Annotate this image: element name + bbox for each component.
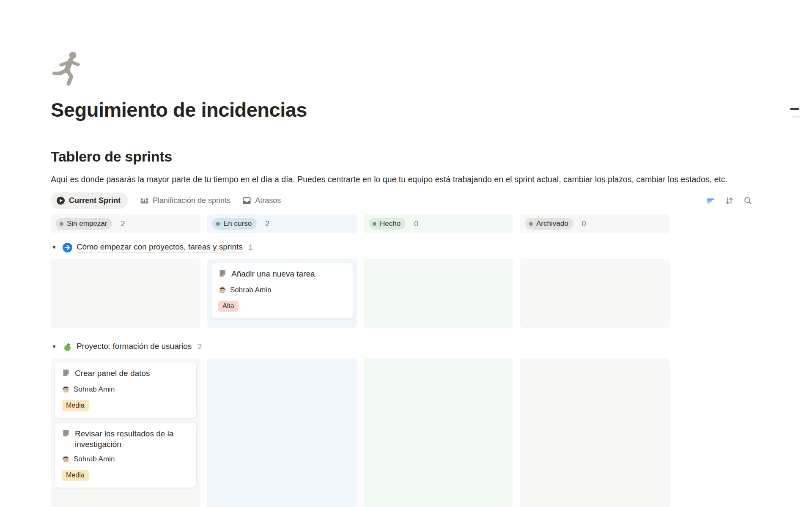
group-lanes: Añadir una nueva tarea Sohrab Amin Alta	[51, 259, 670, 328]
search-icon[interactable]	[743, 196, 753, 206]
status-dot	[373, 222, 376, 226]
group-lanes: Crear panel de datos Sohrab Amin Media R…	[51, 358, 670, 507]
card-title: Crear panel de datos	[75, 368, 150, 380]
section-description: Aquí es donde pasarás la mayor parte de …	[51, 173, 754, 186]
sort-icon[interactable]	[724, 196, 734, 206]
tab-current-sprint[interactable]: Current Sprint	[51, 192, 128, 209]
assignee-row: Sohrab Amin	[218, 286, 346, 294]
group-header-getting-started: ▼ Cómo empezar con proyectos, tareas y s…	[52, 241, 670, 254]
column-count: 0	[582, 219, 586, 228]
status-dot	[60, 222, 63, 226]
tab-backlog[interactable]: Atrasos	[242, 196, 281, 205]
avatar	[218, 286, 226, 294]
blue-arrow-circle-icon	[63, 243, 72, 252]
tab-label: Current Sprint	[69, 196, 121, 205]
column-label: Hecho	[380, 219, 401, 228]
column-count: 2	[121, 219, 125, 228]
column-count: 2	[265, 219, 269, 228]
group-title[interactable]: Cómo empezar con proyectos, tareas y spr…	[77, 242, 243, 253]
card-title: Revisar los resultados de la investigaci…	[75, 428, 189, 449]
green-apple-icon	[63, 342, 72, 352]
page-icon	[62, 369, 70, 380]
lane-archivado[interactable]	[520, 259, 670, 328]
lane-sin-empezar[interactable]: Crear panel de datos Sohrab Amin Media R…	[51, 358, 200, 507]
collapse-toggle-icon[interactable]: ▼	[52, 344, 57, 350]
lane-hecho[interactable]	[364, 259, 513, 328]
column-header-en-curso[interactable]: En curso 2	[207, 214, 357, 233]
column-label: Archivado	[536, 219, 568, 228]
table-of-contents-indicator[interactable]	[790, 108, 800, 118]
sprint-board: Sin empezar 2 En curso 2 Hecho 0 Archiva…	[51, 214, 670, 507]
assignee-name: Sohrab Amin	[74, 385, 115, 394]
card-title: Añadir una nueva tarea	[231, 269, 315, 280]
toc-bar-light	[792, 116, 800, 118]
column-header-archivado[interactable]: Archivado 0	[520, 214, 670, 233]
board-toolbar	[705, 196, 757, 206]
running-person-icon[interactable]	[51, 50, 86, 87]
board-column-headers: Sin empezar 2 En curso 2 Hecho 0 Archiva…	[51, 214, 670, 233]
lane-en-curso[interactable]: Añadir una nueva tarea Sohrab Amin Alta	[207, 259, 357, 328]
group-count: 2	[198, 343, 202, 351]
priority-badge: Media	[62, 400, 89, 411]
tab-label: Planificación de sprints	[153, 196, 230, 205]
group-title[interactable]: Proyecto: formación de usuarios	[77, 342, 192, 352]
assignee-row: Sohrab Amin	[62, 455, 189, 463]
view-tabs: Current Sprint Planificación de sprints	[51, 192, 281, 209]
avatar	[62, 455, 70, 463]
lane-hecho[interactable]	[364, 358, 513, 507]
task-card[interactable]: Revisar los resultados de la investigaci…	[55, 422, 197, 488]
priority-badge: Media	[62, 470, 89, 481]
page-icon	[218, 269, 227, 280]
assignee-name: Sohrab Amin	[74, 455, 115, 463]
page: Seguimiento de incidencias Tablero de sp…	[0, 50, 812, 507]
status-dot	[216, 222, 220, 226]
page-title: Seguimiento de incidencias	[51, 98, 812, 122]
section-heading: Tablero de sprints	[51, 148, 812, 165]
column-header-hecho[interactable]: Hecho 0	[364, 214, 513, 233]
sprint-planning-icon	[140, 196, 149, 205]
column-label: Sin empezar	[67, 219, 107, 228]
column-count: 0	[414, 219, 418, 228]
play-circle-icon	[56, 196, 65, 205]
lane-en-curso[interactable]	[207, 358, 357, 507]
assignee-name: Sohrab Amin	[230, 286, 271, 294]
status-dot	[529, 222, 533, 226]
task-card[interactable]: Crear panel de datos Sohrab Amin Media	[55, 362, 197, 418]
filter-icon[interactable]	[705, 196, 716, 206]
toc-bar-dark	[790, 108, 799, 110]
inbox-icon	[242, 196, 251, 205]
group-count: 1	[249, 243, 253, 252]
priority-badge: Alta	[218, 301, 239, 312]
column-label: En curso	[223, 219, 252, 228]
avatar	[62, 386, 70, 394]
column-header-sin-empezar[interactable]: Sin empezar 2	[51, 214, 200, 233]
view-tab-bar: Current Sprint Planificación de sprints	[51, 192, 757, 209]
page-icon	[62, 429, 70, 449]
lane-archivado[interactable]	[520, 358, 670, 507]
assignee-row: Sohrab Amin	[62, 385, 189, 394]
lane-sin-empezar[interactable]	[51, 259, 200, 328]
tab-label: Atrasos	[255, 196, 281, 205]
group-header-proyecto-formacion: ▼ Proyecto: formación de usuarios 2	[52, 340, 670, 353]
tab-sprint-planning[interactable]: Planificación de sprints	[140, 196, 230, 205]
collapse-toggle-icon[interactable]: ▼	[52, 244, 57, 250]
task-card[interactable]: Añadir una nueva tarea Sohrab Amin Alta	[211, 263, 353, 319]
